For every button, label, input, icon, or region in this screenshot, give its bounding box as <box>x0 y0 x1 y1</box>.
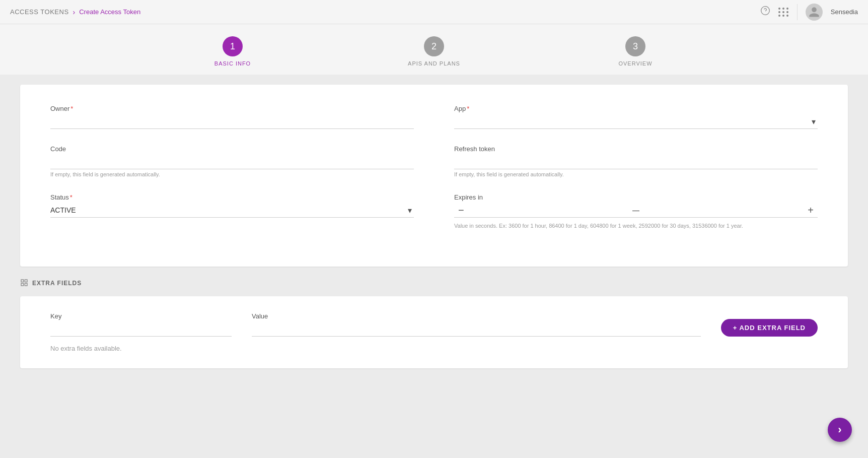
no-extra-fields-text: No extra fields available. <box>50 345 818 352</box>
svg-rect-4 <box>21 283 24 286</box>
expires-stepper: − — + <box>454 203 818 218</box>
breadcrumb: ACCESS TOKENS › Create Access Token <box>10 8 140 16</box>
step-1-circle: 1 <box>223 36 243 56</box>
steps-container: 1 BASIC INFO 2 APIS AND PLANS 3 OVERVIEW <box>0 24 868 75</box>
row-owner-app: Owner* App* App 1 App 2 ▾ <box>50 105 818 129</box>
owner-group: Owner* <box>50 105 414 129</box>
expires-decrement-button[interactable]: − <box>454 205 468 215</box>
avatar[interactable] <box>806 4 823 21</box>
help-icon[interactable] <box>760 6 770 18</box>
breadcrumb-separator: › <box>73 8 76 16</box>
owner-label: Owner* <box>50 105 414 112</box>
refresh-token-label: Refresh token <box>454 145 818 153</box>
key-label: Key <box>50 312 232 320</box>
next-icon: › <box>838 423 841 436</box>
value-label: Value <box>252 312 701 320</box>
step-1-label: BASIC INFO <box>214 60 251 67</box>
step-1: 1 BASIC INFO <box>132 36 333 67</box>
step-2-label: APIS AND PLANS <box>408 60 460 67</box>
app-group: App* App 1 App 2 ▾ <box>454 105 818 129</box>
status-label: Status* <box>50 193 414 201</box>
expires-label: Expires in <box>454 193 818 201</box>
code-helper: If empty, this field is generated automa… <box>50 171 414 177</box>
value-group: Value <box>252 312 701 337</box>
code-input[interactable] <box>50 155 414 169</box>
basic-info-card: Owner* App* App 1 App 2 ▾ <box>20 85 848 267</box>
svg-rect-2 <box>21 280 24 282</box>
breadcrumb-link[interactable]: ACCESS TOKENS <box>10 8 69 16</box>
header-divider <box>797 4 798 20</box>
value-input[interactable] <box>252 322 701 337</box>
app-label: App* <box>454 105 818 112</box>
header: ACCESS TOKENS › Create Access Token Sens… <box>0 0 868 24</box>
extra-fields-inputs-row: Key Value + ADD EXTRA FIELD <box>50 312 818 337</box>
svg-rect-5 <box>25 283 27 286</box>
row-code-refresh: Code If empty, this field is generated a… <box>50 145 818 177</box>
user-name: Sensedia <box>831 8 858 16</box>
status-select-wrapper: ACTIVE INACTIVE ▾ <box>50 203 414 218</box>
key-input[interactable] <box>50 322 232 337</box>
svg-point-0 <box>761 7 769 15</box>
status-group: Status* ACTIVE INACTIVE ▾ <box>50 193 414 230</box>
refresh-token-input[interactable] <box>454 155 818 169</box>
refresh-token-group: Refresh token If empty, this field is ge… <box>454 145 818 177</box>
step-2-circle: 2 <box>424 36 444 56</box>
step-3: 3 OVERVIEW <box>535 36 736 67</box>
app-select-wrapper: App 1 App 2 ▾ <box>454 114 818 129</box>
owner-input[interactable] <box>50 114 414 129</box>
expires-helper: Value in seconds. Ex: 3600 for 1 hour, 8… <box>454 222 818 230</box>
grid-icon[interactable] <box>778 8 789 17</box>
status-select[interactable]: ACTIVE INACTIVE <box>50 203 414 217</box>
svg-rect-3 <box>25 280 27 282</box>
extra-fields-card: Key Value + ADD EXTRA FIELD No extra fie… <box>20 296 848 368</box>
expires-group: Expires in − — + Value in seconds. Ex: 3… <box>454 193 818 230</box>
add-extra-field-button[interactable]: + ADD EXTRA FIELD <box>721 319 818 337</box>
next-fab-button[interactable]: › <box>828 418 852 442</box>
header-right: Sensedia <box>760 4 858 21</box>
refresh-token-helper: If empty, this field is generated automa… <box>454 171 818 177</box>
app-select[interactable]: App 1 App 2 <box>454 114 818 128</box>
step-3-label: OVERVIEW <box>618 60 652 67</box>
extra-fields-section-header: EXTRA FIELDS <box>20 279 848 288</box>
step-2: 2 APIS AND PLANS <box>333 36 535 67</box>
extra-fields-icon <box>20 279 28 288</box>
extra-fields-title: EXTRA FIELDS <box>32 280 82 287</box>
expires-increment-button[interactable]: + <box>804 205 818 215</box>
main-content: Owner* App* App 1 App 2 ▾ <box>0 75 868 458</box>
row-status-expires: Status* ACTIVE INACTIVE ▾ Expires in − —… <box>50 193 818 230</box>
code-group: Code If empty, this field is generated a… <box>50 145 414 177</box>
step-3-circle: 3 <box>625 36 645 56</box>
breadcrumb-current: Create Access Token <box>79 8 140 16</box>
expires-value: — <box>468 206 804 214</box>
code-label: Code <box>50 145 414 153</box>
key-group: Key <box>50 312 232 337</box>
